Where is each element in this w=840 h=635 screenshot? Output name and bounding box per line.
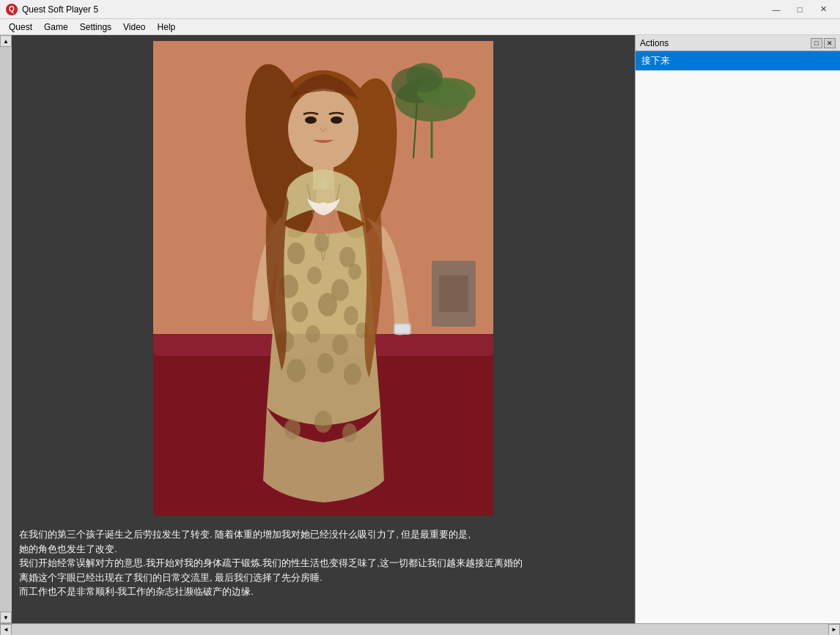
text-line-4: 离婚这个字眼已经出现在了我们的日常交流里, 最后我们选择了先分房睡. — [19, 571, 627, 585]
svg-point-34 — [287, 359, 306, 382]
svg-point-29 — [344, 306, 358, 325]
svg-point-28 — [318, 293, 337, 316]
game-image — [153, 41, 493, 516]
text-line-1: 在我们的第三个孩子诞生之后劳拉发生了转变. 随着体重的增加我对她已经没什么吸引力… — [19, 527, 627, 542]
menu-settings[interactable]: Settings — [74, 21, 117, 34]
window-controls: — □ ✕ — [765, 2, 834, 17]
svg-point-15 — [288, 89, 358, 169]
image-area — [12, 35, 635, 521]
text-line-5: 而工作也不是非常顺利-我工作的杂志社濒临破产的边缘. — [19, 584, 627, 599]
actions-title: Actions — [640, 38, 668, 48]
minimize-button[interactable]: — — [765, 2, 787, 17]
scroll-track[interactable] — [0, 47, 12, 612]
svg-point-31 — [306, 325, 320, 343]
svg-rect-38 — [395, 324, 410, 333]
main-layout: ▲ ▼ — [0, 35, 840, 623]
svg-point-39 — [284, 419, 301, 439]
menu-help[interactable]: Help — [152, 21, 182, 34]
vertical-scrollbar: ▲ ▼ — [0, 35, 12, 623]
scroll-down-button[interactable]: ▼ — [0, 612, 12, 623]
text-line-3: 我们开始经常误解对方的意思.我开始对我的身体疏于锻炼.我们的性生活也变得乏味了,… — [19, 556, 627, 571]
horizontal-scroll-track[interactable] — [12, 624, 828, 635]
actions-window-buttons: □ ✕ — [811, 38, 836, 48]
actions-restore-button[interactable]: □ — [811, 38, 822, 48]
game-text-area: 在我们的第三个孩子诞生之后劳拉发生了转变. 随着体重的增加我对她已经没什么吸引力… — [12, 521, 635, 623]
svg-point-41 — [342, 423, 357, 442]
left-section: ▲ ▼ — [0, 35, 635, 623]
svg-point-5 — [406, 63, 443, 92]
svg-rect-11 — [439, 275, 468, 312]
menu-quest[interactable]: Quest — [3, 21, 38, 34]
action-item-0[interactable]: 接下来 — [635, 51, 840, 71]
menu-bar: Quest Game Settings Video Help — [0, 19, 840, 35]
svg-point-24 — [307, 267, 322, 284]
text-line-2: 她的角色也发生了改变. — [19, 542, 627, 557]
scroll-right-button[interactable]: ► — [828, 624, 840, 636]
actions-list: 接下来 — [635, 51, 840, 623]
svg-point-26 — [348, 264, 361, 280]
svg-point-27 — [292, 302, 308, 322]
actions-header: Actions □ ✕ — [635, 35, 840, 51]
scroll-left-button[interactable]: ◄ — [0, 624, 12, 636]
svg-point-40 — [314, 411, 332, 433]
menu-video[interactable]: Video — [117, 21, 151, 34]
scroll-up-button[interactable]: ▲ — [0, 35, 12, 47]
svg-point-36 — [344, 363, 361, 385]
svg-point-20 — [287, 242, 305, 264]
title-bar: Quest Soft Player 5 — □ ✕ — [0, 0, 840, 19]
svg-point-16 — [305, 116, 317, 124]
svg-point-32 — [332, 335, 348, 355]
game-panel: 在我们的第三个孩子诞生之后劳拉发生了转变. 随着体重的增加我对她已经没什么吸引力… — [12, 35, 635, 623]
svg-point-17 — [331, 116, 342, 124]
window-title: Quest Soft Player 5 — [22, 4, 765, 15]
scene-svg — [153, 41, 493, 516]
actions-panel: Actions □ ✕ 接下来 — [635, 35, 840, 623]
actions-close-button[interactable]: ✕ — [824, 38, 836, 48]
close-button[interactable]: ✕ — [812, 2, 834, 17]
horizontal-scrollbar: ◄ ► — [0, 623, 840, 635]
menu-game[interactable]: Game — [38, 21, 74, 34]
svg-point-35 — [317, 353, 334, 374]
app-icon — [6, 4, 18, 15]
maximize-button[interactable]: □ — [789, 2, 811, 17]
